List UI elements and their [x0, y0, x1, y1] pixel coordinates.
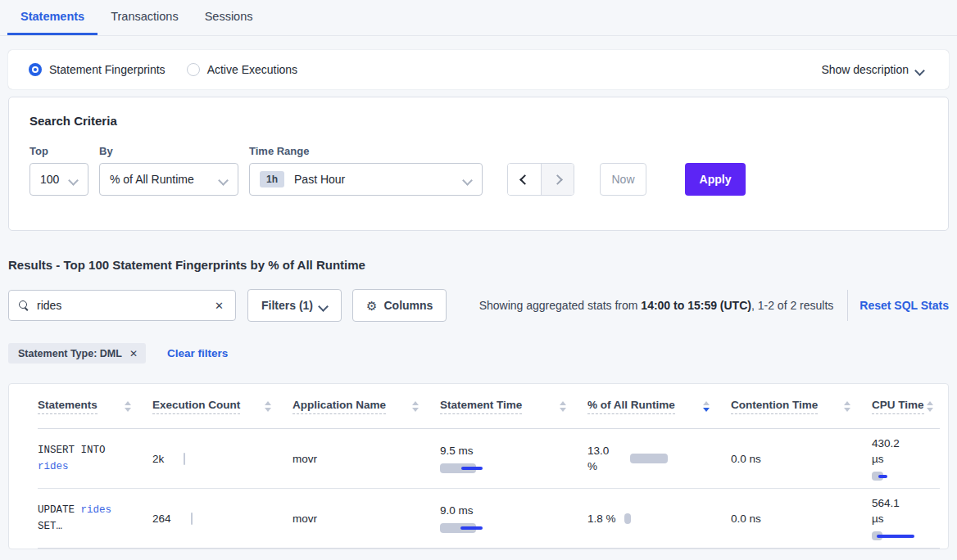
radio-statement-fingerprints[interactable]: Statement Fingerprints [29, 63, 166, 76]
view-toggle-bar: Statement Fingerprints Active Executions… [8, 50, 949, 89]
statement-link[interactable]: rides [38, 461, 69, 472]
radio-unselected-icon [187, 63, 200, 76]
filters-button[interactable]: Filters (1) [247, 289, 342, 322]
statements-table: Statements Execution Count Application N… [8, 383, 949, 549]
column-header-label[interactable]: Contention Time [731, 399, 818, 414]
statement-time-barchart [440, 463, 566, 474]
filter-chip-label: Statement Type: DML [18, 348, 122, 359]
sort-icon[interactable] [560, 401, 566, 412]
column-header-cpu-time: CPU Time [872, 399, 940, 414]
column-header-statements: Statements [38, 399, 152, 414]
clear-filters-link[interactable]: Clear filters [167, 347, 228, 359]
column-header-label[interactable]: Execution Count [152, 399, 240, 414]
sort-icon[interactable] [125, 401, 131, 412]
top-select[interactable]: 100 [29, 163, 88, 196]
chevron-down-icon [220, 175, 228, 183]
by-field: By % of All Runtime [99, 145, 238, 196]
next-time-range-button[interactable] [541, 164, 574, 195]
search-box: ✕ [8, 290, 236, 321]
column-header-label[interactable]: Application Name [293, 399, 386, 414]
stats-prefix: Showing aggregated stats from [479, 299, 642, 312]
radio-selected-icon [29, 63, 42, 76]
active-filters-row: Statement Type: DML ✕ Clear filters [8, 343, 949, 364]
sort-icon-active-desc[interactable] [703, 401, 710, 412]
divider [847, 290, 848, 321]
results-heading: Results - Top 100 Statement Fingerprints… [8, 258, 949, 272]
execution-count-bar [191, 513, 193, 525]
time-range-value: Past Hour [294, 173, 345, 186]
sort-icon[interactable] [927, 401, 933, 412]
time-range-label: Time Range [249, 145, 497, 157]
chevron-left-icon [519, 174, 530, 185]
by-select-value: % of All Runtime [110, 173, 194, 186]
execution-count-bar [184, 453, 185, 465]
statement-fingerprint[interactable]: UPDATE rides SET… [38, 502, 131, 535]
sort-icon[interactable] [412, 401, 419, 412]
contention-time-value: 0.0 ns [731, 453, 872, 465]
sort-icon[interactable] [844, 401, 850, 412]
search-input[interactable] [37, 299, 213, 312]
pct-runtime-barchart [630, 454, 668, 464]
column-header-label[interactable]: Statement Time [440, 399, 522, 414]
table-header-row: Statements Execution Count Application N… [38, 384, 940, 429]
view-mode-radios: Statement Fingerprints Active Executions [29, 63, 821, 76]
radio-active-executions[interactable]: Active Executions [187, 63, 298, 76]
statement-text: INSERT INTO [38, 445, 106, 456]
gear-icon: ⚙ [366, 300, 377, 312]
top-label: Top [29, 145, 88, 157]
application-name-value: movr [293, 513, 440, 525]
filters-button-label: Filters (1) [261, 299, 313, 312]
reset-sql-stats-link[interactable]: Reset SQL Stats [859, 299, 949, 312]
time-range-field: Time Range 1h Past Hour [249, 145, 497, 196]
column-header-application-name: Application Name [293, 399, 440, 414]
time-range-pager [507, 163, 574, 196]
pct-runtime-barchart [624, 513, 631, 524]
statement-text: SET… [38, 521, 62, 532]
cpu-time-barchart [872, 472, 933, 482]
column-header-label[interactable]: % of All Runtime [587, 399, 675, 414]
time-range-badge: 1h [260, 171, 284, 187]
show-description-toggle[interactable]: Show description [821, 63, 924, 76]
top-select-value: 100 [40, 173, 59, 186]
execution-count-value: 264 [152, 513, 171, 525]
table-row: INSERT INTO rides 2k movr 9.5 ms 13.0 % … [38, 429, 940, 489]
search-criteria-title: Search Criteria [29, 114, 928, 128]
time-range-select[interactable]: 1h Past Hour [249, 163, 483, 196]
stats-suffix: , 1-2 of 2 results [751, 299, 833, 312]
statement-time-value: 9.5 ms [440, 444, 566, 458]
tab-transactions[interactable]: Transactions [98, 0, 191, 35]
clear-search-icon[interactable]: ✕ [213, 300, 225, 312]
tab-statements[interactable]: Statements [7, 0, 98, 35]
columns-button[interactable]: ⚙ Columns [352, 289, 447, 322]
pct-runtime-value: 13.0 % [587, 443, 622, 474]
search-criteria-panel: Search Criteria Top 100 By % of All Runt… [8, 97, 949, 231]
cpu-time-value: 564.1 µs [872, 495, 911, 526]
cpu-time-value: 430.2 µs [872, 436, 911, 467]
columns-button-label: Columns [383, 299, 433, 312]
contention-time-value: 0.0 ns [731, 513, 872, 525]
remove-filter-icon[interactable]: ✕ [129, 348, 138, 359]
results-controls: ✕ Filters (1) ⚙ Columns Showing aggregat… [8, 289, 949, 322]
apply-button[interactable]: Apply [685, 163, 746, 196]
filter-chip-statement-type-dml[interactable]: Statement Type: DML ✕ [8, 343, 146, 364]
previous-time-range-button[interactable] [508, 164, 541, 195]
by-select[interactable]: % of All Runtime [99, 163, 238, 196]
column-header-label[interactable]: CPU Time [872, 399, 924, 414]
statement-fingerprint[interactable]: INSERT INTO rides [38, 442, 131, 475]
radio-statement-fingerprints-label: Statement Fingerprints [49, 63, 166, 76]
stats-time-window: 14:00 to 15:59 (UTC) [641, 299, 751, 312]
column-header-pct-all-runtime: % of All Runtime [587, 399, 731, 414]
column-header-label[interactable]: Statements [38, 399, 98, 414]
chevron-down-icon [70, 175, 78, 183]
show-description-label: Show description [821, 63, 909, 76]
column-header-statement-time: Statement Time [440, 399, 587, 414]
statement-time-value: 9.0 ms [440, 504, 566, 518]
chevron-right-icon [552, 174, 563, 185]
tab-sessions[interactable]: Sessions [192, 0, 266, 35]
now-button[interactable]: Now [600, 163, 646, 196]
by-label: By [99, 145, 238, 157]
sort-icon[interactable] [265, 401, 271, 412]
chevron-down-icon [464, 175, 472, 183]
statement-link[interactable]: rides [81, 504, 112, 516]
search-icon [19, 300, 29, 310]
